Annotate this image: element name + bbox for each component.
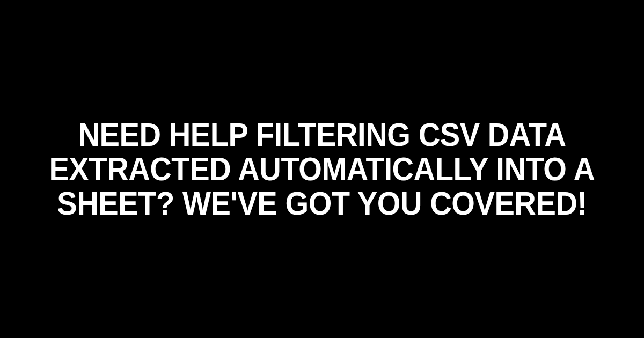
headline-text: Need Help Filtering CSV Data Extracted A…: [26, 117, 618, 221]
